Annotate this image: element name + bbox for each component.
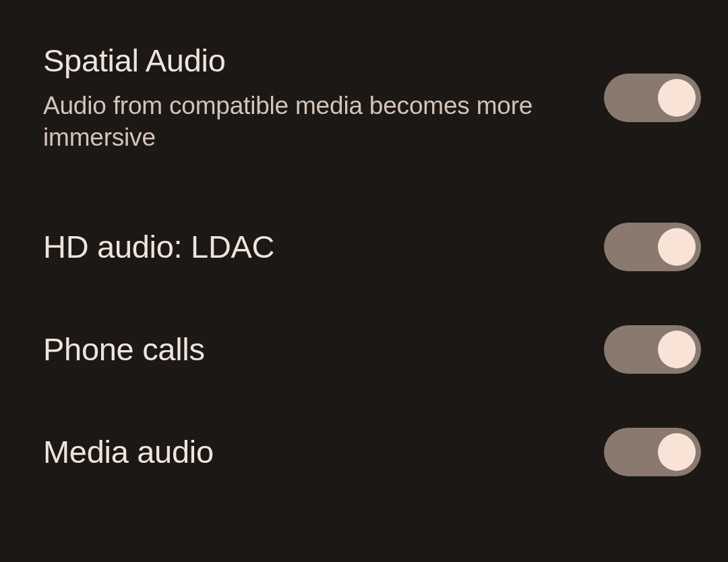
setting-title: Spatial Audio: [43, 42, 577, 80]
setting-text: Phone calls: [43, 331, 604, 368]
settings-list: Spatial Audio Audio from compatible medi…: [0, 0, 728, 503]
setting-title: HD audio: LDAC: [43, 228, 577, 266]
setting-row-spatial-audio[interactable]: Spatial Audio Audio from compatible medi…: [0, 0, 728, 196]
setting-subtitle: Audio from compatible media becomes more…: [43, 90, 577, 154]
spatial-audio-toggle[interactable]: [604, 74, 701, 122]
toggle-thumb: [658, 331, 696, 368]
setting-title: Phone calls: [43, 331, 577, 368]
toggle-thumb: [658, 433, 696, 471]
hd-audio-toggle[interactable]: [604, 223, 701, 271]
setting-row-hd-audio[interactable]: HD audio: LDAC: [0, 196, 728, 298]
setting-row-media-audio[interactable]: Media audio: [0, 401, 728, 503]
setting-title: Media audio: [43, 433, 577, 471]
setting-row-phone-calls[interactable]: Phone calls: [0, 298, 728, 401]
media-audio-toggle[interactable]: [604, 428, 701, 476]
setting-text: Media audio: [43, 433, 604, 471]
setting-text: HD audio: LDAC: [43, 228, 604, 266]
phone-calls-toggle[interactable]: [604, 325, 701, 374]
toggle-thumb: [658, 79, 696, 117]
setting-text: Spatial Audio Audio from compatible medi…: [43, 42, 604, 154]
toggle-thumb: [658, 228, 696, 266]
